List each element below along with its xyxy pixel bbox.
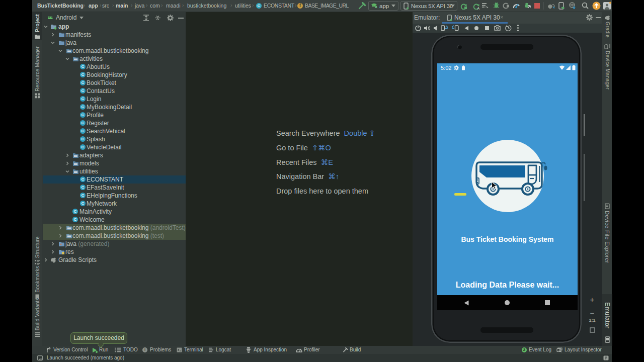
svg-text:A: A [477,7,480,10]
